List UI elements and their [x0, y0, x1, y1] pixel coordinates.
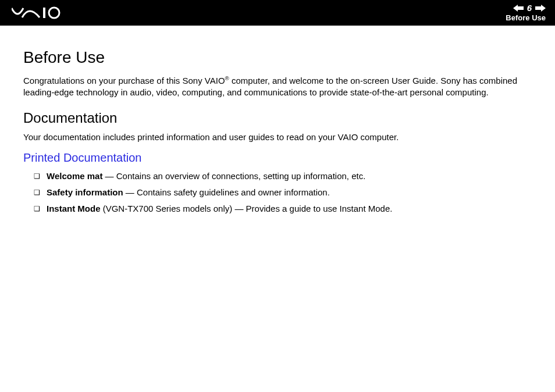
- page-number: 6: [527, 3, 532, 12]
- list-item-rest: (VGN-TX700 Series models only) — Provide…: [101, 204, 393, 213]
- header-bar: 6 Before Use: [0, 0, 555, 26]
- svg-marker-2: [513, 5, 524, 12]
- next-page-button[interactable]: [535, 5, 546, 12]
- list-item: Safety information — Contains safety gui…: [34, 187, 532, 198]
- documentation-line: Your documentation includes printed info…: [23, 131, 532, 143]
- vaio-logo: [12, 6, 76, 20]
- arrow-right-icon: [535, 5, 546, 12]
- list-item-rest: — Contains safety guidelines and owner i…: [123, 187, 330, 197]
- intro-paragraph: Congratulations on your purchase of this…: [23, 74, 532, 99]
- arrow-left-icon: [513, 5, 524, 12]
- intro-text-pre: Congratulations on your purchase of this…: [23, 76, 225, 85]
- page-title: Before Use: [23, 47, 532, 69]
- list-item-rest: — Contains an overview of connections, s…: [102, 171, 365, 181]
- svg-marker-3: [535, 5, 546, 12]
- list-item: Instant Mode (VGN-TX700 Series models on…: [34, 203, 532, 215]
- header-nav: 6 Before Use: [506, 3, 546, 22]
- printed-doc-heading: Printed Documentation: [23, 150, 532, 166]
- svg-rect-0: [43, 8, 45, 18]
- svg-point-1: [49, 8, 59, 18]
- section-label: Before Use: [506, 13, 546, 22]
- page-content: Before Use Congratulations on your purch…: [0, 26, 555, 215]
- list-item: Welcome mat — Contains an overview of co…: [34, 170, 532, 182]
- prev-page-button[interactable]: [513, 5, 524, 12]
- registered-icon: ®: [225, 75, 229, 81]
- list-item-bold: Welcome mat: [47, 171, 102, 181]
- documentation-heading: Documentation: [23, 109, 532, 127]
- list-item-bold: Instant Mode: [47, 204, 101, 213]
- list-item-bold: Safety information: [47, 187, 123, 197]
- printed-doc-list: Welcome mat — Contains an overview of co…: [23, 170, 532, 215]
